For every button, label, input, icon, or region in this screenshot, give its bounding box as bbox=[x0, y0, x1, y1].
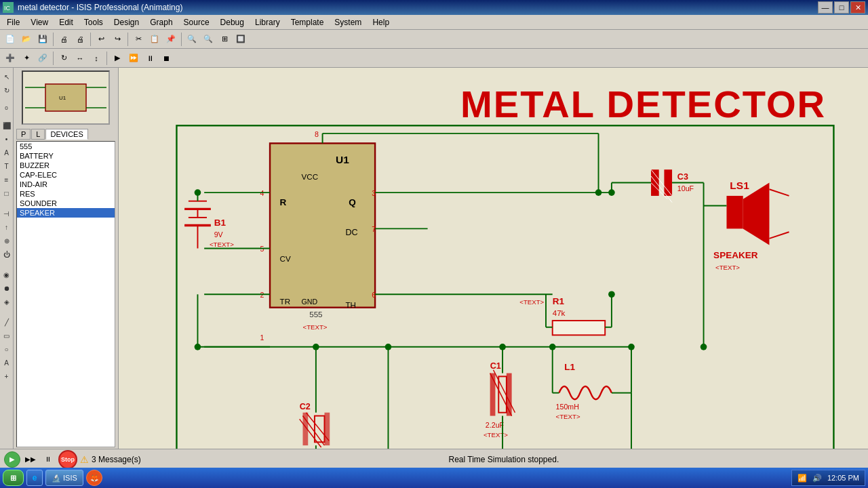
circuit-diagram: METAL DETECTOR U1 VCC R CV TR GND Q DC bbox=[119, 68, 868, 449]
bus-tool[interactable]: ≡ bbox=[1, 174, 13, 186]
junction-tool[interactable]: • bbox=[1, 133, 13, 145]
sim-play-btn[interactable]: ▶ bbox=[110, 51, 125, 66]
device-speaker[interactable]: SPEAKER bbox=[17, 208, 115, 218]
power-tool[interactable]: ⏻ bbox=[1, 248, 13, 260]
pause-button[interactable]: ⏸ bbox=[41, 452, 56, 467]
svg-text:Q: Q bbox=[349, 197, 356, 207]
isis-taskbar-button[interactable]: 🔬 ISIS bbox=[45, 470, 83, 486]
paste-btn[interactable]: 📌 bbox=[163, 32, 178, 47]
menu-edit[interactable]: Edit bbox=[54, 16, 79, 28]
net-btn[interactable]: 🔗 bbox=[35, 51, 50, 66]
svg-text:C1: C1 bbox=[490, 361, 501, 371]
zoom-fit-btn[interactable]: ⊞ bbox=[217, 32, 232, 47]
print-preview-btn[interactable]: 🖨 bbox=[56, 32, 71, 47]
open-btn[interactable]: 📂 bbox=[19, 32, 34, 47]
pin-tool[interactable]: ↑ bbox=[1, 221, 13, 233]
tape-tool[interactable]: ⏺ bbox=[1, 282, 13, 294]
zoom-out-btn[interactable]: 🔍 bbox=[201, 32, 216, 47]
ie-button[interactable]: e bbox=[26, 470, 43, 486]
stop-button[interactable]: Stop bbox=[58, 450, 77, 469]
zoom-area-btn[interactable]: 🔲 bbox=[233, 32, 248, 47]
device-ind-air[interactable]: IND-AIR bbox=[17, 180, 115, 189]
svg-text:CV: CV bbox=[280, 254, 291, 263]
network-icon: 📶 bbox=[797, 474, 807, 483]
tab-devices[interactable]: DEVICES bbox=[45, 129, 87, 140]
text-tool[interactable]: T bbox=[1, 160, 13, 172]
title-icon: IC bbox=[3, 2, 14, 13]
message-count[interactable]: 3 Message(s) bbox=[92, 455, 141, 464]
wire-label-tool[interactable]: A bbox=[1, 146, 13, 159]
device-list[interactable]: 555 BATTERY BUZZER CAP-ELEC IND-AIR RES … bbox=[16, 141, 115, 447]
minimize-button[interactable]: — bbox=[818, 1, 833, 14]
browser-button[interactable]: 🦊 bbox=[86, 470, 102, 486]
menu-template[interactable]: Template bbox=[285, 16, 330, 28]
redo-btn[interactable]: ↪ bbox=[110, 32, 125, 47]
menu-file[interactable]: File bbox=[1, 16, 25, 28]
generator-tool[interactable]: ◈ bbox=[1, 296, 13, 308]
print-btn[interactable]: 🖨 bbox=[73, 32, 87, 47]
svg-text:C3: C3 bbox=[677, 172, 688, 182]
sim-pause-btn[interactable]: ⏸ bbox=[142, 51, 157, 66]
menu-view[interactable]: View bbox=[25, 16, 54, 28]
device-buzzer[interactable]: BUZZER bbox=[17, 161, 115, 170]
step-button[interactable]: ▶▶ bbox=[23, 452, 38, 467]
device-battery[interactable]: BATTERY bbox=[17, 151, 115, 161]
menu-graph[interactable]: Graph bbox=[144, 16, 178, 28]
sim-step-btn[interactable]: ⏩ bbox=[126, 51, 141, 66]
svg-text:VCC: VCC bbox=[302, 172, 319, 181]
menu-help[interactable]: Help bbox=[367, 16, 395, 28]
undo-btn[interactable]: ↩ bbox=[94, 32, 108, 47]
wire-btn[interactable]: ➕ bbox=[3, 51, 18, 66]
device-sounder[interactable]: SOUNDER bbox=[17, 199, 115, 208]
device-res[interactable]: RES bbox=[17, 189, 115, 199]
line-tool[interactable]: ╱ bbox=[1, 316, 13, 328]
box-tool[interactable]: ▭ bbox=[1, 329, 13, 342]
zoom-in-btn[interactable]: 🔍 bbox=[184, 32, 199, 47]
circle-tool[interactable]: ○ bbox=[1, 343, 13, 355]
probe-tool[interactable]: ◉ bbox=[1, 268, 13, 281]
text-script-tool[interactable]: A bbox=[1, 357, 13, 369]
select-tool[interactable]: ↖ bbox=[1, 70, 13, 83]
device-cap-elec[interactable]: CAP-ELEC bbox=[17, 170, 115, 180]
play-button[interactable]: ▶ bbox=[4, 451, 20, 468]
svg-rect-83 bbox=[726, 196, 743, 228]
toolbar-2: ➕ ✦ 🔗 ↻ ↔ ↕ ▶ ⏩ ⏸ ⏹ bbox=[0, 49, 868, 68]
maximize-button[interactable]: □ bbox=[834, 1, 849, 14]
close-button[interactable]: ✕ bbox=[850, 1, 865, 14]
terminal-tool[interactable]: ⊣ bbox=[1, 207, 13, 220]
rotate-btn[interactable]: ↻ bbox=[56, 51, 71, 66]
canvas-area[interactable]: METAL DETECTOR U1 VCC R CV TR GND Q DC bbox=[119, 68, 868, 449]
flip-h-btn[interactable]: ↔ bbox=[73, 51, 87, 66]
menu-system[interactable]: System bbox=[329, 16, 367, 28]
menu-tools[interactable]: Tools bbox=[79, 16, 108, 28]
device-555[interactable]: 555 bbox=[17, 142, 115, 151]
save-btn[interactable]: 💾 bbox=[35, 32, 50, 47]
clock: 12:05 PM bbox=[827, 474, 859, 482]
svg-text:150mH: 150mH bbox=[556, 403, 579, 411]
menu-source[interactable]: Source bbox=[178, 16, 215, 28]
component-tool[interactable]: ⬛ bbox=[1, 119, 13, 131]
bus-btn[interactable]: ✦ bbox=[19, 51, 34, 66]
menu-design[interactable]: Design bbox=[108, 16, 144, 28]
cut-btn[interactable]: ✂ bbox=[131, 32, 146, 47]
sim-stop-btn[interactable]: ⏹ bbox=[159, 51, 174, 66]
menu-library[interactable]: Library bbox=[250, 16, 285, 28]
svg-text:R: R bbox=[280, 197, 287, 207]
symbols-tool[interactable]: + bbox=[1, 370, 13, 382]
copy-btn[interactable]: 📋 bbox=[147, 32, 162, 47]
title-text: metal detector - ISIS Professional (Anim… bbox=[18, 3, 818, 12]
subcircuit-tool[interactable]: □ bbox=[1, 187, 13, 199]
start-button[interactable]: ⊞ bbox=[3, 470, 24, 486]
svg-point-81 bbox=[701, 344, 707, 350]
sep2 bbox=[90, 33, 91, 46]
refresh-tool[interactable]: ↻ bbox=[1, 84, 13, 96]
tab-l[interactable]: L bbox=[31, 129, 45, 140]
flip-v-btn[interactable]: ↕ bbox=[89, 51, 104, 66]
sep4 bbox=[181, 33, 182, 46]
tab-p[interactable]: P bbox=[16, 129, 31, 140]
input-val[interactable]: 0 bbox=[1, 102, 13, 114]
menu-debug[interactable]: Debug bbox=[215, 16, 250, 28]
svg-rect-92 bbox=[553, 321, 606, 335]
port-tool[interactable]: ⊕ bbox=[1, 235, 13, 247]
new-btn[interactable]: 📄 bbox=[3, 32, 18, 47]
